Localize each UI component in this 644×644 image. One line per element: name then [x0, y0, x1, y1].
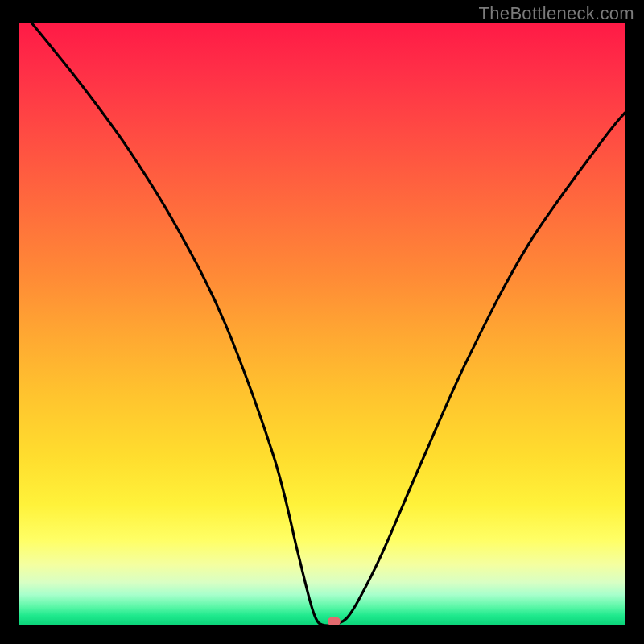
plot-area — [19, 23, 625, 625]
watermark-label: TheBottleneck.com — [479, 3, 634, 24]
chart-frame: TheBottleneck.com — [0, 0, 644, 644]
optimal-point-marker — [328, 617, 341, 625]
curve-path — [31, 23, 625, 625]
bottleneck-curve — [19, 23, 625, 625]
